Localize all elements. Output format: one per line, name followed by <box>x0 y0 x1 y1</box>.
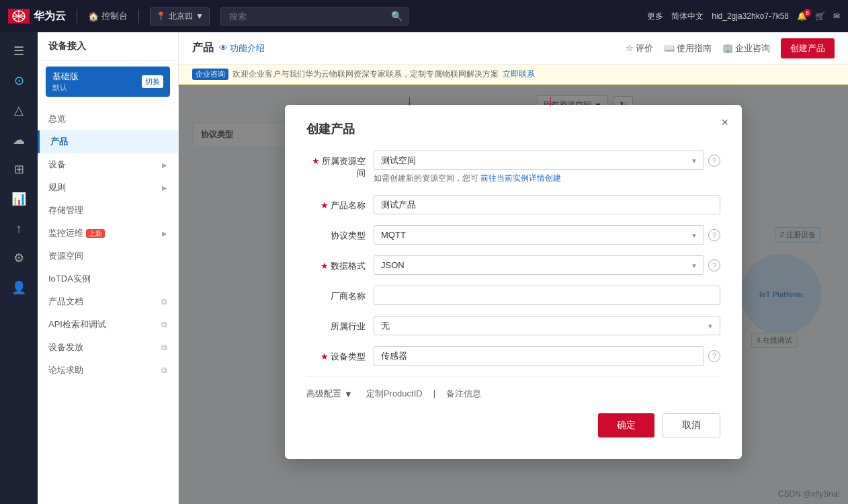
sidebar-item-devices[interactable]: 设备▶ <box>38 153 178 176</box>
resource-space-hint: 如需创建新的资源空间，您可 前往当前实例详情创建 <box>374 173 720 184</box>
chevron-icon: ▶ <box>162 161 167 169</box>
nav-more[interactable]: 更多 <box>647 11 663 22</box>
sidebar-item-resource-space[interactable]: 资源空间 <box>38 245 178 267</box>
sidebar-item-monitor[interactable]: 监控运维上新 ▶ <box>38 222 178 245</box>
nav-mail[interactable]: ✉ <box>833 11 840 21</box>
industry-select[interactable]: 无 <box>374 316 720 335</box>
sidebar-analytics-icon[interactable]: 📊 <box>5 185 32 212</box>
external-link-icon: ⧉ <box>161 297 167 306</box>
data-format-help-icon[interactable]: ? <box>708 259 720 271</box>
consult-button[interactable]: 🏢 企业咨询 <box>722 42 770 54</box>
form-row-vendor: 厂商名称 <box>306 286 720 305</box>
sidebar-menu-icon[interactable]: ☰ <box>5 38 32 65</box>
external-link-icon: ⧉ <box>161 343 167 352</box>
plan-switch-button[interactable]: 切换 <box>142 75 163 88</box>
eye-icon: 👁 <box>219 43 228 53</box>
device-type-help-icon[interactable]: ? <box>708 350 720 362</box>
nav-divider-2 <box>138 9 139 23</box>
sidebar-upload-icon[interactable]: ↑ <box>5 215 32 242</box>
top-nav: 华为云 🏠 控制台 📍 北京四 ▼ 🔍 更多 简体中文 hid_2gja32hk… <box>0 0 848 32</box>
product-name-input[interactable] <box>374 195 720 214</box>
nav-region-selector[interactable]: 📍 北京四 ▼ <box>150 7 210 26</box>
device-type-input[interactable] <box>374 346 704 366</box>
main-header: 产品 👁 功能介绍 ☆ 评价 📖 使用指南 🏢 企业咨询 <box>179 32 848 65</box>
field-resource-space: 测试空间 ? 如需创建新的资源空间，您可 前往当前实例详情创建 <box>374 151 720 184</box>
sidebar-item-iotda[interactable]: IoTDA实例 <box>38 267 178 290</box>
data-format-wrapper: JSON <box>374 255 704 275</box>
protocol-select[interactable]: MQTT <box>374 225 704 245</box>
nav-notification[interactable]: 🔔 8 <box>797 11 807 21</box>
cancel-button[interactable]: 取消 <box>663 413 720 437</box>
sidebar-item-docs[interactable]: 产品文档⧉ <box>38 290 178 313</box>
chevron-icon: ▶ <box>162 184 167 192</box>
label-industry: 所属行业 <box>306 316 374 333</box>
region-dropdown-icon: ▼ <box>196 11 204 21</box>
guide-button[interactable]: 📖 使用指南 <box>664 42 712 54</box>
badge-count: 8 <box>804 9 811 17</box>
sidebar: ☰ ⊙ △ ☁ ⊞ 📊 ↑ ⚙ 👤 <box>0 32 38 504</box>
sidebar-settings-icon[interactable]: ⚙ <box>5 245 32 271</box>
sidebar-profile-icon[interactable]: 👤 <box>5 274 32 301</box>
notice-link[interactable]: 立即联系 <box>503 69 535 80</box>
arrow-left: ↓ <box>406 91 413 109</box>
form-row-device-type: ★设备类型 ? <box>306 346 720 366</box>
resource-space-help-icon[interactable]: ? <box>708 155 720 167</box>
data-format-select[interactable]: JSON <box>374 255 704 275</box>
main-header-left: 产品 👁 功能介绍 <box>192 41 265 55</box>
remark-link[interactable]: 备注信息 <box>446 388 481 400</box>
data-format-select-row: JSON ? <box>374 255 720 275</box>
sidebar-item-products[interactable]: 产品 <box>38 130 178 153</box>
label-vendor: 厂商名称 <box>306 286 374 302</box>
plan-sub: 默认 <box>52 83 79 93</box>
search-bar[interactable]: 🔍 <box>220 7 409 26</box>
top-nav-right: 更多 简体中文 hid_2gja32hko7-7k58 🔔 8 🛒 ✉ <box>647 11 840 22</box>
sidebar-grid-icon[interactable]: ⊞ <box>5 156 32 183</box>
main-header-right: ☆ 评价 📖 使用指南 🏢 企业咨询 创建产品 <box>626 38 835 58</box>
left-nav: 设备接入 基础版 默认 切换 总览 产品 设备▶ 规则▶ 存储管理 监控运维上新… <box>38 32 179 504</box>
arrow-right: ↓ <box>547 91 554 109</box>
location-icon: 📍 <box>156 11 166 21</box>
logo[interactable]: 华为云 <box>8 9 66 24</box>
nav-cart[interactable]: 🛒 <box>815 11 825 21</box>
sidebar-item-provision[interactable]: 设备发放⧉ <box>38 336 178 359</box>
form-row-protocol: 协议类型 MQTT ? <box>306 225 720 245</box>
sidebar-monitor-icon[interactable]: △ <box>5 97 32 124</box>
star-icon: ☆ <box>626 43 634 53</box>
create-space-link[interactable]: 前往当前实例详情创建 <box>480 173 561 183</box>
huawei-logo-icon <box>8 9 30 24</box>
modal-footer: 确定 取消 <box>306 413 720 437</box>
search-input[interactable] <box>226 8 391 25</box>
sidebar-home-icon[interactable]: ⊙ <box>5 67 32 94</box>
sidebar-item-rules[interactable]: 规则▶ <box>38 176 178 199</box>
nav-user[interactable]: hid_2gja32hko7-7k58 <box>712 11 789 21</box>
func-intro-link[interactable]: 👁 功能介绍 <box>219 42 265 54</box>
nav-console[interactable]: 🏠 控制台 <box>88 10 128 22</box>
modal-overlay: 默认会有一个，可通过输链接去添加或者修改 ↓ ↓ × 创建产品 ★所属资源空间 <box>179 85 848 504</box>
nav-lang[interactable]: 简体中文 <box>671 11 704 22</box>
vendor-name-input[interactable] <box>374 286 720 305</box>
create-product-button[interactable]: 创建产品 <box>781 38 835 58</box>
search-icon: 🔍 <box>391 11 402 22</box>
plan-name: 基础版 <box>52 71 79 83</box>
main-body: IoT Platform 2.注册设备 4.在线调试 所有资源空间 ▼ ↻ <box>179 85 848 504</box>
separator: | <box>433 388 435 400</box>
form-row-product-name: ★产品名称 <box>306 195 720 214</box>
form-row-resource-space: ★所属资源空间 测试空间 ? <box>306 151 720 184</box>
label-product-name: ★产品名称 <box>306 195 374 212</box>
protocol-help-icon[interactable]: ? <box>708 229 720 241</box>
modal-close-button[interactable]: × <box>721 116 728 130</box>
select-row: 测试空间 ? <box>374 151 720 170</box>
external-link-icon: ⧉ <box>161 320 167 329</box>
sidebar-item-storage[interactable]: 存储管理 <box>38 199 178 222</box>
advanced-config-toggle[interactable]: 高级配置 ▼ <box>306 388 353 400</box>
home-icon: 🏠 <box>88 11 99 22</box>
label-data-format: ★数据格式 <box>306 255 374 272</box>
sidebar-item-forum[interactable]: 论坛求助⧉ <box>38 359 178 382</box>
confirm-button[interactable]: 确定 <box>598 413 654 437</box>
sidebar-item-overview[interactable]: 总览 <box>38 108 178 130</box>
sidebar-cloud-icon[interactable]: ☁ <box>5 126 32 153</box>
eval-button[interactable]: ☆ 评价 <box>626 42 653 54</box>
sidebar-item-api[interactable]: API检索和调试⧉ <box>38 313 178 336</box>
custom-product-id-link[interactable]: 定制ProductID <box>366 388 423 400</box>
resource-space-select[interactable]: 测试空间 <box>374 151 704 170</box>
